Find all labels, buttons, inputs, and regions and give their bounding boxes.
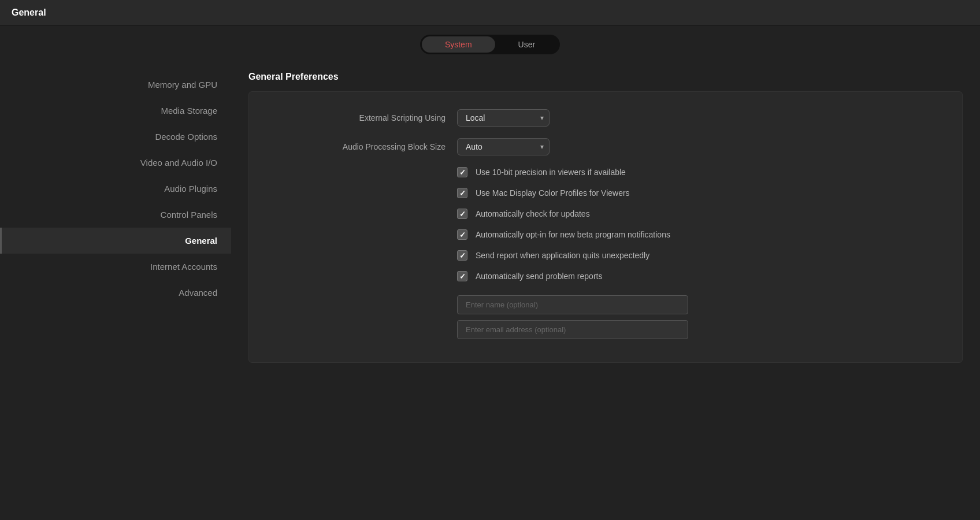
sidebar: Memory and GPU Media Storage Decode Opti… bbox=[0, 60, 231, 520]
checkbox-auto-update-label: Automatically check for updates bbox=[476, 209, 590, 218]
checkbox-auto-update[interactable] bbox=[457, 209, 467, 219]
external-scripting-select[interactable]: Local Network None bbox=[457, 109, 550, 127]
external-scripting-wrapper: Local Network None ▾ bbox=[457, 109, 550, 127]
checkbox-auto-problem-row: Automatically send problem reports bbox=[457, 271, 939, 281]
checkbox-mac-display-label: Use Mac Display Color Profiles for Viewe… bbox=[476, 188, 630, 198]
sidebar-item-media-storage[interactable]: Media Storage bbox=[0, 98, 231, 124]
audio-block-size-select[interactable]: Auto 128 256 512 1024 bbox=[457, 138, 550, 155]
tab-group: System User bbox=[420, 35, 560, 54]
checkbox-ten-bit[interactable] bbox=[457, 167, 467, 177]
checkbox-send-report[interactable] bbox=[457, 250, 467, 261]
sidebar-item-memory-gpu[interactable]: Memory and GPU bbox=[0, 72, 231, 98]
main-panel: General Preferences External Scripting U… bbox=[231, 60, 980, 520]
section-title: General Preferences bbox=[248, 72, 963, 82]
external-scripting-label: External Scripting Using bbox=[272, 113, 446, 122]
name-input[interactable] bbox=[457, 295, 688, 314]
checkbox-beta-row: Automatically opt-in for new beta progra… bbox=[457, 229, 939, 240]
checkbox-send-report-row: Send report when application quits unexp… bbox=[457, 250, 939, 261]
checkbox-auto-problem[interactable] bbox=[457, 271, 467, 281]
email-input[interactable] bbox=[457, 320, 688, 339]
title-bar: General bbox=[0, 0, 980, 25]
sidebar-item-advanced[interactable]: Advanced bbox=[0, 280, 231, 306]
sidebar-item-general[interactable]: General bbox=[0, 228, 231, 254]
checkbox-ten-bit-row: Use 10-bit precision in viewers if avail… bbox=[457, 167, 939, 177]
preferences-box: External Scripting Using Local Network N… bbox=[248, 91, 963, 363]
tab-user[interactable]: User bbox=[495, 36, 559, 53]
sidebar-item-internet-accounts[interactable]: Internet Accounts bbox=[0, 254, 231, 280]
checkbox-mac-display[interactable] bbox=[457, 188, 467, 198]
page-title: General bbox=[12, 8, 46, 18]
content-area: Memory and GPU Media Storage Decode Opti… bbox=[0, 60, 980, 520]
checkbox-auto-update-row: Automatically check for updates bbox=[457, 209, 939, 219]
tab-bar: System User bbox=[0, 25, 980, 60]
main-layout: System User Memory and GPU Media Storage… bbox=[0, 25, 980, 520]
checkbox-ten-bit-label: Use 10-bit precision in viewers if avail… bbox=[476, 168, 626, 177]
sidebar-item-video-audio-io[interactable]: Video and Audio I/O bbox=[0, 150, 231, 176]
audio-block-size-label: Audio Processing Block Size bbox=[272, 142, 446, 151]
checkbox-beta-label: Automatically opt-in for new beta progra… bbox=[476, 230, 670, 239]
checkboxes-group: Use 10-bit precision in viewers if avail… bbox=[457, 167, 939, 281]
sidebar-item-audio-plugins[interactable]: Audio Plugins bbox=[0, 176, 231, 202]
checkbox-send-report-label: Send report when application quits unexp… bbox=[476, 251, 649, 260]
audio-block-size-wrapper: Auto 128 256 512 1024 ▾ bbox=[457, 138, 550, 155]
tab-system[interactable]: System bbox=[422, 36, 495, 53]
text-inputs-group bbox=[457, 295, 939, 339]
audio-block-size-row: Audio Processing Block Size Auto 128 256… bbox=[272, 138, 939, 155]
checkbox-auto-problem-label: Automatically send problem reports bbox=[476, 272, 602, 281]
sidebar-item-control-panels[interactable]: Control Panels bbox=[0, 202, 231, 228]
checkbox-beta[interactable] bbox=[457, 229, 467, 240]
external-scripting-row: External Scripting Using Local Network N… bbox=[272, 109, 939, 127]
sidebar-item-decode-options[interactable]: Decode Options bbox=[0, 124, 231, 150]
checkbox-mac-display-row: Use Mac Display Color Profiles for Viewe… bbox=[457, 188, 939, 198]
